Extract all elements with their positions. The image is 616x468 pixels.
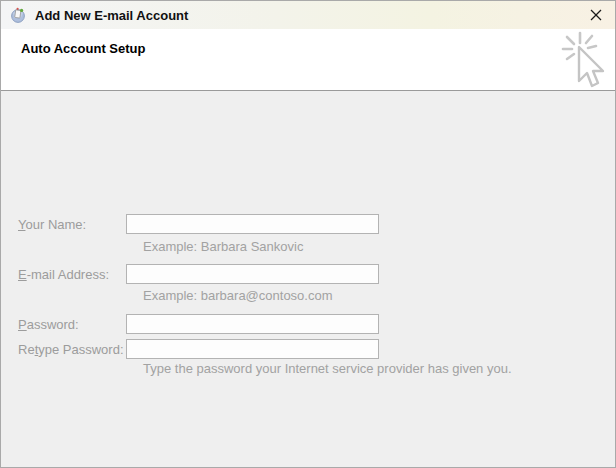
close-button[interactable] xyxy=(581,2,611,28)
password-input[interactable] xyxy=(126,314,379,334)
password-hint: Type the password your Internet service … xyxy=(143,361,512,376)
email-address-example: Example: barbara@contoso.com xyxy=(143,288,333,303)
page-title: Auto Account Setup xyxy=(21,41,145,56)
title-bar: Add New E-mail Account xyxy=(1,1,615,29)
your-name-label: Your Name: xyxy=(18,217,86,232)
dialog-window: Add New E-mail Account Auto Account Setu… xyxy=(0,0,616,468)
sparkle-cursor-icon xyxy=(559,31,609,91)
window-title: Add New E-mail Account xyxy=(35,8,188,23)
retype-password-label: Retype Password: xyxy=(18,342,124,357)
close-icon xyxy=(590,9,602,21)
your-name-example: Example: Barbara Sankovic xyxy=(143,239,303,254)
password-label: Password: xyxy=(18,317,79,332)
wizard-header: Auto Account Setup xyxy=(1,29,615,91)
email-account-app-icon xyxy=(10,7,26,23)
email-address-input[interactable] xyxy=(126,264,379,284)
retype-password-input[interactable] xyxy=(126,339,379,359)
email-address-label: E-mail Address: xyxy=(18,267,109,282)
your-name-input[interactable] xyxy=(126,214,379,234)
form-area: Your Name: Example: Barbara Sankovic E-m… xyxy=(1,92,615,467)
